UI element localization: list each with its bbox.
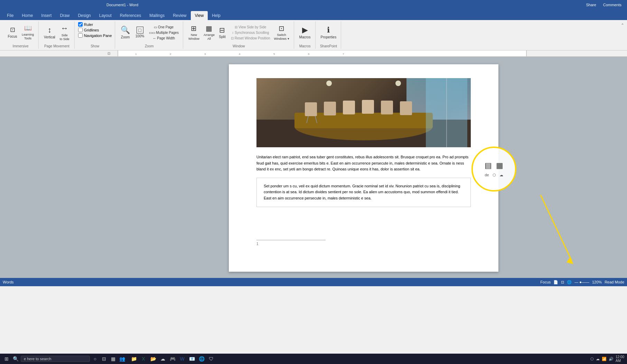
view-mode-icon-2[interactable]: ▦	[496, 161, 503, 170]
files-icon[interactable]: 📂	[149, 355, 157, 363]
side-to-side-button[interactable]: ↔ Sideto Side	[58, 23, 72, 42]
excel-icon[interactable]: X	[140, 355, 147, 363]
one-page-icon: ▭ One Page	[154, 25, 174, 29]
tab-review[interactable]: Review	[169, 11, 190, 20]
tab-layout[interactable]: Layout	[95, 11, 116, 20]
multiple-pages-button[interactable]: ▭▭ Multiple Pages	[148, 30, 180, 35]
macros-button[interactable]: ▶ Macros	[298, 25, 312, 40]
taskbar-app-icons: 📁 X 📂 ☁ 🎮 W 📧 🌐 🛡	[130, 355, 215, 363]
chrome-icon[interactable]: 🌐	[198, 355, 205, 363]
macros-buttons: ▶ Macros	[298, 22, 312, 43]
vertical-icon: ↕	[48, 26, 52, 35]
gridlines-checkbox[interactable]: Gridlines	[78, 28, 112, 32]
page-width-icon: ↔ Page Width	[153, 36, 175, 40]
svg-rect-12	[305, 102, 317, 116]
sound-tray-icon[interactable]: 🔊	[609, 357, 614, 361]
navigation-pane-checkbox[interactable]: Navigation Pane	[78, 33, 112, 38]
window-group-label: Window	[187, 43, 291, 48]
teams-icon[interactable]: 👥	[118, 355, 126, 363]
onedrive-icon[interactable]: ☁	[159, 355, 167, 363]
switch-windows-button[interactable]: ⊡ SwitchWindows ▾	[272, 23, 291, 42]
network-tray-icon[interactable]: 📶	[602, 357, 607, 361]
widgets-button[interactable]: ▦	[109, 355, 117, 363]
svg-rect-16	[381, 101, 393, 114]
group-zoom: 🔍 Zoom □ 100% ▭ One Page ▭▭ Multiple Pag…	[116, 21, 183, 49]
split-button[interactable]: ⊟ Split	[217, 25, 227, 40]
tab-insert[interactable]: Insert	[37, 11, 56, 20]
tab-home[interactable]: Home	[18, 11, 37, 20]
sync-scrolling-button[interactable]: ↕ Synchronous Scrolling	[230, 30, 272, 35]
100pct-button[interactable]: □ 100%	[133, 26, 147, 39]
tab-mailings[interactable]: Mailings	[145, 11, 169, 20]
navigation-pane-input[interactable]	[78, 33, 83, 38]
search-box[interactable]: e here to search	[21, 356, 90, 362]
arrange-all-icon: ▦	[206, 24, 212, 32]
zoom-icons-row: ▤ ▦	[485, 161, 503, 170]
start-button[interactable]: ⊞	[3, 355, 10, 363]
tab-help[interactable]: Help	[208, 11, 225, 20]
properties-button[interactable]: ℹ Properties	[319, 25, 338, 40]
reset-window-button[interactable]: ⊡ Reset Window Position	[230, 36, 272, 41]
vertical-button[interactable]: ↕ Vertical	[42, 25, 57, 40]
zoom-button[interactable]: 🔍 Zoom	[119, 25, 132, 40]
group-window: ⊞ NewWindow ▦ ArrangeAll ⊟ Split ⊟ View …	[184, 21, 294, 49]
svg-text:3: 3	[204, 53, 206, 56]
sharepoint-buttons: ℹ Properties	[319, 22, 338, 43]
focus-label: Focus	[8, 35, 17, 39]
task-view-button[interactable]: ⊟	[100, 355, 108, 363]
focus-status[interactable]: Focus	[540, 280, 551, 284]
print-layout-btn[interactable]: ⊡	[561, 280, 564, 284]
svg-text:5: 5	[273, 53, 275, 56]
tab-view[interactable]: View	[191, 11, 208, 20]
tab-design[interactable]: Design	[74, 11, 95, 20]
page-width-button[interactable]: ↔ Page Width	[148, 36, 180, 41]
status-right: Focus 📄 ⊡ 🌐 — ●—— 120% Read Mode	[540, 280, 624, 284]
time-display: 12:00AM	[616, 355, 624, 363]
ribbon: ⊡ Focus 📖 LearningTools Immersive ↕ Vert…	[0, 20, 627, 50]
cortana-button[interactable]: ○	[91, 355, 99, 363]
svg-rect-13	[324, 102, 336, 115]
read-mode-btn[interactable]: 📄	[553, 280, 558, 284]
view-mode-icon-1[interactable]: ▤	[485, 161, 492, 170]
word-icon[interactable]: W	[178, 355, 186, 363]
share-button[interactable]: Share	[582, 1, 600, 8]
search-icon[interactable]: 🔍	[12, 355, 19, 363]
ruler-input[interactable]	[78, 22, 83, 27]
page-image	[256, 78, 471, 147]
zoom-slider[interactable]: — ●——	[574, 280, 589, 284]
one-page-button[interactable]: ▭ One Page	[148, 25, 180, 30]
vertical-label: Vertical	[44, 35, 55, 39]
arrange-all-button[interactable]: ▦ ArrangeAll	[202, 23, 216, 42]
tab-draw[interactable]: Draw	[56, 11, 74, 20]
focus-button[interactable]: ⊡ Focus	[6, 25, 19, 40]
explorer-icon[interactable]: 📁	[130, 355, 138, 363]
learning-tools-button[interactable]: 📖 LearningTools	[20, 24, 36, 41]
outlook-icon[interactable]: 📧	[188, 355, 196, 363]
ruler-inner: 1 2 3 4 5 6 7	[118, 50, 527, 57]
ruler-checkbox[interactable]: Ruler	[78, 22, 112, 27]
security-icon[interactable]: 🛡	[207, 355, 215, 363]
macros-group-label: Macros	[298, 43, 312, 48]
new-window-button[interactable]: ⊞ NewWindow	[187, 23, 201, 42]
tab-references[interactable]: References	[116, 11, 145, 20]
split-icon: ⊟	[219, 26, 225, 34]
read-mode-label[interactable]: Read Mode	[605, 280, 624, 284]
web-layout-btn[interactable]: 🌐	[567, 280, 572, 284]
gridlines-input[interactable]	[78, 28, 83, 32]
learning-tools-label: LearningTools	[22, 33, 34, 40]
svg-marker-25	[567, 257, 573, 264]
ribbon-collapse-button[interactable]: ⌃	[621, 23, 624, 28]
svg-text:2: 2	[170, 53, 171, 56]
cloud-tray-icon[interactable]: ☁	[596, 357, 600, 361]
focus-icon: ⊡	[10, 26, 15, 34]
bluetooth-tray-icon[interactable]: ⬡	[590, 357, 594, 361]
ruler: ⊡ 1 2 3 4 5 6 7	[0, 50, 627, 57]
immersive-buttons: ⊡ Focus 📖 LearningTools	[6, 22, 36, 43]
view-side-by-side-button[interactable]: ⊟ View Side by Side	[230, 25, 272, 30]
xbox-icon[interactable]: 🎮	[169, 355, 176, 363]
search-placeholder: e here to search	[24, 357, 52, 361]
comments-button[interactable]: Comments	[603, 3, 621, 7]
tab-file[interactable]: File	[3, 11, 18, 20]
show-group-label: Show	[78, 43, 112, 48]
svg-rect-15	[362, 100, 374, 114]
